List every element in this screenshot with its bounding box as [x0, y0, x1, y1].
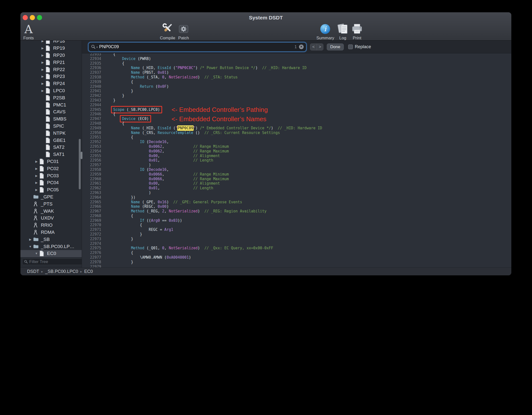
sidebar-item-_WAK[interactable]: _WAK	[20, 208, 82, 215]
search-icon[interactable]	[91, 44, 96, 49]
chevron-down-icon[interactable]: ▼	[27, 245, 33, 248]
code-line[interactable]: 22955 0x00, // Alignment	[82, 154, 511, 158]
code-line[interactable]: 22971 REGC = Arg1	[82, 227, 511, 232]
code-editor[interactable]: 22933 {22934 Device (PWRB)22935 {22936 N…	[82, 53, 511, 267]
code-line[interactable]: 22947 Device (EC0)<- Embedded Controller…	[82, 117, 511, 121]
code-line[interactable]: 22934 Device (PWRB)	[82, 57, 511, 61]
code-line[interactable]: 22977 \AMW0.AMWN (0xA0040001)	[82, 255, 511, 260]
pane-splitter-handle[interactable]	[81, 152, 82, 159]
code-line[interactable]: 22936 Name (_HID, EisaId ("PNP0C0C") /* …	[82, 66, 511, 70]
sidebar-item-_SB[interactable]: ▶_SB	[20, 236, 82, 243]
sidebar-item-LPC0[interactable]: ▶LPC0	[20, 87, 82, 94]
code-line[interactable]: 22935 {	[82, 61, 511, 66]
sidebar-item-RP23[interactable]: ▶RP23	[20, 73, 82, 80]
code-line[interactable]: 22969 If ((Arg0 == 0x03))	[82, 218, 511, 223]
code-line[interactable]: 22938 Method (_STA, 0, NotSerialized) //…	[82, 75, 511, 80]
breadcrumb-item[interactable]: _SB.PC00.LPC0	[45, 269, 78, 274]
sidebar-item-RP18[interactable]: ▶RP18	[20, 41, 82, 45]
sidebar-item-EC0[interactable]: ▼EC0	[20, 250, 82, 257]
log-button[interactable]: Log	[337, 22, 349, 41]
code-line[interactable]: 22976 {	[82, 251, 511, 255]
clear-search-icon[interactable]: ✕	[299, 44, 304, 49]
sidebar-item-RP19[interactable]: ▶RP19	[20, 45, 82, 52]
sidebar-scrollbar[interactable]	[79, 139, 81, 189]
sidebar-item-GBE1[interactable]: GBE1	[20, 137, 82, 144]
patch-button[interactable]: Patch	[178, 22, 189, 41]
code-line[interactable]: 22961 0x00, // Alignment	[82, 181, 511, 186]
chevron-right-icon[interactable]: ▶	[33, 181, 39, 184]
code-line[interactable]: 22950 Name (_CRS, ResourceTemplate () //…	[82, 131, 511, 135]
sidebar-item-PC03[interactable]: ▶PC03	[20, 172, 82, 179]
code-line[interactable]: 22940 Return (0x0F)	[82, 84, 511, 89]
code-line[interactable]: 22956 0x01, // Length	[82, 158, 511, 163]
sidebar-item-_SB-PC00-LP-[interactable]: ▼_SB.PC00.LP…	[20, 243, 82, 250]
sidebar-item-PC05[interactable]: ▶PC05	[20, 186, 82, 193]
code-line[interactable]: 22979	[82, 265, 511, 267]
code-line[interactable]: 22954 0x0062, // Range Maximum	[82, 149, 511, 154]
chevron-right-icon[interactable]: ▶	[40, 68, 46, 71]
code-line[interactable]: 22945 Scope (_SB.PC00.LPC0)<- Embedded C…	[82, 107, 511, 112]
code-line[interactable]: 22942 }	[82, 93, 511, 98]
find-field[interactable]: ▾ 1 ✕	[89, 43, 306, 51]
find-next-button[interactable]: >	[317, 44, 323, 50]
sidebar-item-PC02[interactable]: ▶PC02	[20, 165, 82, 172]
chevron-right-icon[interactable]: ▶	[40, 41, 46, 43]
code-line[interactable]: 22958 IO (Decode16,	[82, 167, 511, 172]
sidebar-item-PMC1[interactable]: PMC1	[20, 101, 82, 108]
code-line[interactable]: 22949 Name (_HID, EisaId ("PNP0C09") /* …	[82, 126, 511, 131]
search-menu-chevron-icon[interactable]: ▾	[96, 46, 98, 48]
code-line[interactable]: 22941 }	[82, 89, 511, 93]
fonts-button[interactable]: A Fonts	[23, 22, 34, 41]
sidebar-item-RP24[interactable]: ▶RP24	[20, 80, 82, 87]
chevron-right-icon[interactable]: ▶	[40, 54, 46, 57]
code-line[interactable]: 22974	[82, 241, 511, 246]
sidebar-item-CAVS[interactable]: CAVS	[20, 108, 82, 116]
code-line[interactable]: 22951 {	[82, 135, 511, 140]
code-line[interactable]: 22962 0x01, // Length	[82, 186, 511, 191]
code-line[interactable]: 22978 }	[82, 260, 511, 265]
chevron-right-icon[interactable]: ▶	[40, 89, 46, 92]
sidebar-item-SAT1[interactable]: SAT1	[20, 151, 82, 158]
sidebar-item-NTPK[interactable]: NTPK	[20, 130, 82, 137]
code-line[interactable]: 22952 IO (Decode16,	[82, 140, 511, 144]
print-button[interactable]: Print	[351, 22, 363, 41]
code-line[interactable]: 22933 {	[82, 53, 511, 57]
sidebar-item-RP20[interactable]: ▶RP20	[20, 52, 82, 59]
sidebar-item-P2SB[interactable]: P2SB	[20, 94, 82, 101]
sidebar-item-RP21[interactable]: ▶RP21	[20, 59, 82, 66]
code-line[interactable]: 22937 Name (PBST, 0x01)	[82, 70, 511, 75]
done-button[interactable]: Done	[327, 44, 344, 50]
code-line[interactable]: 22964 })	[82, 195, 511, 200]
chevron-right-icon[interactable]: ▶	[33, 167, 39, 170]
find-previous-button[interactable]: <	[310, 44, 317, 50]
chevron-right-icon[interactable]: ▶	[33, 188, 39, 192]
sidebar-item-SAT2[interactable]: SAT2	[20, 144, 82, 151]
code-line[interactable]: 22975 Method (_Q01, 0, NotSerialized) //…	[82, 246, 511, 251]
chevron-down-icon[interactable]: ▼	[33, 252, 39, 255]
code-line[interactable]: 22966 Name (REGC, 0x00)	[82, 204, 511, 209]
filter-tree-input[interactable]	[29, 259, 82, 264]
replace-checkbox[interactable]	[348, 44, 353, 49]
sidebar-item-SMBS[interactable]: SMBS	[20, 116, 82, 123]
breadcrumb-item[interactable]: DSDT	[27, 269, 39, 274]
sidebar-item-RRIO[interactable]: RRIO	[20, 222, 82, 229]
sidebar-item-_PTS[interactable]: _PTS	[20, 200, 82, 208]
filter-tree-field[interactable]	[22, 258, 82, 265]
code-line[interactable]: 22963 )	[82, 191, 511, 195]
sidebar-item-SPIC[interactable]: SPIC	[20, 123, 82, 130]
code-line[interactable]: 22939 {	[82, 80, 511, 84]
sidebar-item-_GPE[interactable]: _GPE	[20, 193, 82, 201]
sidebar-item-UXDV[interactable]: UXDV	[20, 215, 82, 222]
find-input[interactable]	[99, 44, 295, 49]
code-line[interactable]: 22965 Name (_GPE, 0x16) // _GPE: General…	[82, 200, 511, 205]
code-line[interactable]: 22943 }	[82, 98, 511, 103]
code-line[interactable]: 22970 {	[82, 223, 511, 227]
sidebar-item-PC01[interactable]: ▶PC01	[20, 158, 82, 165]
code-line[interactable]: 22972 }	[82, 232, 511, 237]
compile-button[interactable]: Compile	[160, 22, 175, 41]
chevron-right-icon[interactable]: ▶	[27, 238, 33, 241]
code-line[interactable]: 22968 {	[82, 214, 511, 218]
chevron-right-icon[interactable]: ▶	[40, 46, 46, 50]
chevron-right-icon[interactable]: ▶	[40, 75, 46, 78]
code-line[interactable]: 22967 Method (_REG, 2, NotSerialized) //…	[82, 209, 511, 214]
